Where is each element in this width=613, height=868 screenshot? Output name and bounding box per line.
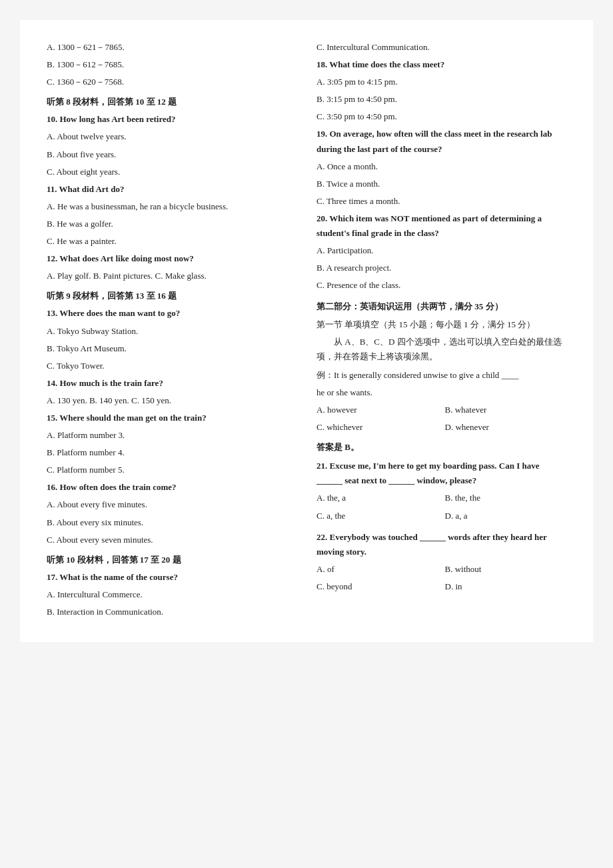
q22-d: D. in <box>445 579 567 594</box>
q19-text: 19. On average, how often will the class… <box>316 127 566 156</box>
q20-a: A. Participation. <box>316 243 566 258</box>
section10-header: 听第 10 段材料，回答第 17 至 20 题 <box>47 553 297 567</box>
section8-header: 听第 8 段材料，回答第 10 至 12 题 <box>47 95 297 109</box>
q18-a: A. 3:05 pm to 4:15 pm. <box>316 75 566 89</box>
q16-text: 16. How often does the train come? <box>47 480 297 495</box>
q11-c: C. He was a painter. <box>47 234 297 249</box>
exam-page: A. 1300－621－7865. B. 1300－612－7685. C. 1… <box>20 20 593 642</box>
q21-b: B. the, the <box>445 491 567 505</box>
left-column: A. 1300－621－7865. B. 1300－612－7685. C. 1… <box>47 40 297 622</box>
example-b: B. whatever <box>445 403 567 417</box>
q15-a: A. Platform number 3. <box>47 428 297 443</box>
q16-b: B. About every six minutes. <box>47 515 297 530</box>
q22-text: 22. Everybody was touched ______ words a… <box>316 530 566 559</box>
q21-d: D. a, a <box>445 509 567 523</box>
q15-c: C. Platform number 5. <box>47 463 297 477</box>
q19-b: B. Twice a month. <box>316 177 566 191</box>
q17-b: B. Interaction in Communication. <box>47 605 297 619</box>
q13-a: A. Tokyo Subway Station. <box>47 324 297 339</box>
q22-c: C. beyond <box>316 579 438 594</box>
q14-abc: A. 130 yen. B. 140 yen. C. 150 yen. <box>47 393 297 408</box>
q22-a: A. of <box>316 562 438 577</box>
q12-text: 12. What does Art like doing most now? <box>47 251 297 266</box>
example-label: 例：It is generally considered unwise to g… <box>316 368 566 383</box>
q18-c: C. 3:50 pm to 4:50 pm. <box>316 109 566 124</box>
section9-header: 听第 9 段材料，回答第 13 至 16 题 <box>47 289 297 303</box>
q20-text: 20. Which item was NOT mentioned as part… <box>316 211 566 241</box>
q10-b: B. About five years. <box>47 147 297 162</box>
q19-a: A. Once a month. <box>316 159 566 174</box>
q12-abc: A. Play golf. B. Paint pictures. C. Make… <box>47 269 297 283</box>
q11-b: B. He was a golfer. <box>47 217 297 231</box>
q10-a: A. About twelve years. <box>47 129 297 144</box>
q13-text: 13. Where does the man want to go? <box>47 306 297 321</box>
example-c: C. whichever <box>316 420 438 435</box>
answer-b1: B. 1300－612－7685. <box>47 57 297 72</box>
answer-c1: C. 1360－620－7568. <box>47 75 297 89</box>
answer-a1: A. 1300－621－7865. <box>47 40 297 55</box>
q16-a: A. About every five minutes. <box>47 497 297 512</box>
q21-a: A. the, a <box>316 491 438 505</box>
q14-text: 14. How much is the train fare? <box>47 376 297 391</box>
example-sub: he or she wants. <box>316 385 566 400</box>
q17-a: A. Intercultural Commerce. <box>47 587 297 602</box>
q10-c: C. About eight years. <box>47 165 297 179</box>
q11-text: 11. What did Art do? <box>47 182 297 197</box>
q16-c: C. About every seven minutes. <box>47 533 297 547</box>
q11-a: A. He was a businessman, he ran a bicycl… <box>47 199 297 214</box>
example-a: A. however <box>316 403 438 417</box>
q13-b: B. Tokyo Art Museum. <box>47 341 297 356</box>
q17-text: 17. What is the name of the course? <box>47 570 297 585</box>
q22-b: B. without <box>445 562 567 577</box>
q19-c: C. Three times a month. <box>316 194 566 209</box>
q22-options: A. of B. without C. beyond D. in <box>316 562 566 597</box>
right-column: C. Intercultural Communication. 18. What… <box>316 40 566 622</box>
part2-header: 第二部分：英语知识运用（共两节，满分 35 分） <box>316 299 566 314</box>
q21-options: A. the, a B. the, the C. a, the D. a, a <box>316 491 566 525</box>
example-d: D. whenever <box>445 420 567 435</box>
q17-c: C. Intercultural Communication. <box>316 40 566 55</box>
part2-instruction: 从 A、B、C、D 四个选项中，选出可以填入空白处的最佳选项，并在答题卡上将该项… <box>316 335 566 364</box>
q21-c: C. a, the <box>316 509 438 523</box>
q20-b: B. A research project. <box>316 261 566 275</box>
q15-text: 15. Where should the man get on the trai… <box>47 411 297 425</box>
answer-label: 答案是 B。 <box>316 440 566 455</box>
q15-b: B. Platform number 4. <box>47 445 297 460</box>
q18-b: B. 3:15 pm to 4:50 pm. <box>316 92 566 107</box>
q20-c: C. Presence of the class. <box>316 278 566 293</box>
section1-header: 第一节 单项填空（共 15 小题；每小题 1 分，满分 15 分） <box>316 317 566 332</box>
q10-text: 10. How long has Art been retired? <box>47 112 297 127</box>
q18-text: 18. What time does the class meet? <box>316 57 566 72</box>
q13-c: C. Tokyo Tower. <box>47 359 297 373</box>
example-options: A. however B. whatever C. whichever D. w… <box>316 403 566 437</box>
q21-text: 21. Excuse me, I'm here to get my boardi… <box>316 459 566 488</box>
